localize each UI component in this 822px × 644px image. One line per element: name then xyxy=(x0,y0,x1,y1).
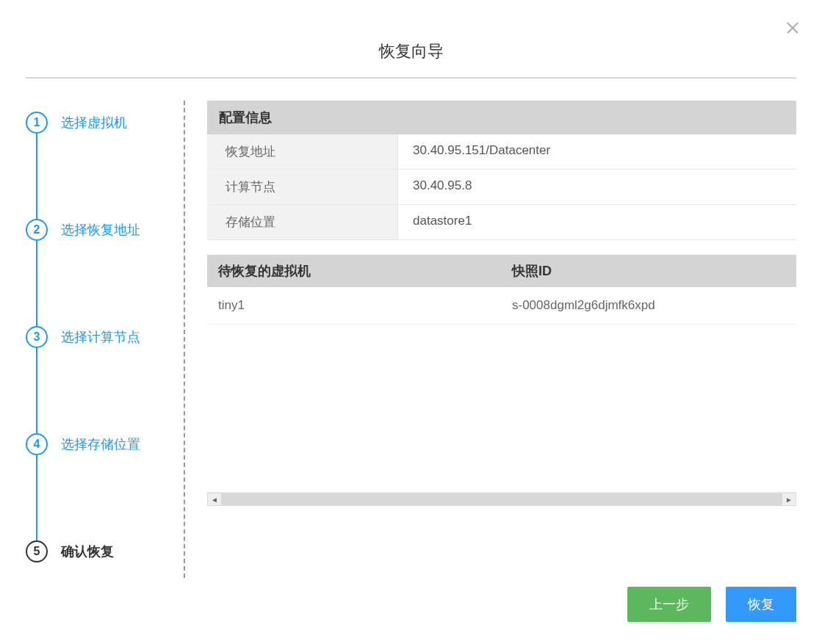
step-select-restore-address[interactable]: 2 选择恢复地址 xyxy=(26,219,176,241)
config-label: 存储位置 xyxy=(207,205,398,239)
wizard-steps-sidebar: 1 选择虚拟机 2 选择恢复地址 3 选择计算节点 4 选择存储位置 5 确认恢… xyxy=(26,101,176,578)
dialog-title: 恢复向导 xyxy=(26,22,796,77)
config-section-header: 配置信息 xyxy=(207,101,796,134)
column-header-vm: 待恢复的虚拟机 xyxy=(218,262,512,280)
restore-button[interactable]: 恢复 xyxy=(726,587,796,622)
restore-wizard-dialog: 恢复向导 1 选择虚拟机 2 选择恢复地址 3 选择计算节点 4 选择存储位置 … xyxy=(0,0,822,644)
dialog-footer: 上一步 恢复 xyxy=(627,587,796,622)
config-value: 30.40.95.8 xyxy=(398,170,796,204)
vertical-separator xyxy=(184,101,185,578)
close-icon[interactable] xyxy=(785,21,800,35)
step-number: 2 xyxy=(26,219,48,241)
step-select-storage[interactable]: 4 选择存储位置 xyxy=(26,433,176,455)
step-label: 选择恢复地址 xyxy=(61,221,140,239)
scroll-track[interactable] xyxy=(221,493,782,505)
config-value: 30.40.95.151/Datacenter xyxy=(398,134,796,169)
previous-button[interactable]: 上一步 xyxy=(627,587,711,622)
step-label: 选择存储位置 xyxy=(61,435,140,453)
step-number: 3 xyxy=(26,326,48,348)
scroll-left-icon[interactable]: ◄ xyxy=(208,493,221,505)
vm-table-header: 待恢复的虚拟机 快照ID xyxy=(207,255,796,287)
config-label: 计算节点 xyxy=(207,170,398,204)
table-row: tiny1 s-0008dgml2g6djmfk6xpd xyxy=(207,287,796,325)
horizontal-scrollbar[interactable]: ◄ ► xyxy=(207,493,796,506)
main-content: 配置信息 恢复地址 30.40.95.151/Datacenter 计算节点 3… xyxy=(207,101,796,578)
config-row-restore-address: 恢复地址 30.40.95.151/Datacenter xyxy=(207,134,796,170)
step-number: 4 xyxy=(26,433,48,455)
config-label: 恢复地址 xyxy=(207,134,398,169)
step-select-compute-node[interactable]: 3 选择计算节点 xyxy=(26,326,176,348)
cell-vm-name: tiny1 xyxy=(218,298,512,313)
step-number: 5 xyxy=(26,540,48,562)
step-confirm-restore[interactable]: 5 确认恢复 xyxy=(26,540,176,562)
step-select-vm[interactable]: 1 选择虚拟机 xyxy=(26,112,176,134)
cell-snapshot-id: s-0008dgml2g6djmfk6xpd xyxy=(512,298,785,313)
config-row-storage: 存储位置 datastore1 xyxy=(207,205,796,240)
config-value: datastore1 xyxy=(398,205,796,239)
column-header-snapshot: 快照ID xyxy=(512,262,785,280)
divider xyxy=(26,77,796,79)
step-label: 确认恢复 xyxy=(61,543,114,560)
step-number: 1 xyxy=(26,112,48,134)
step-label: 选择计算节点 xyxy=(61,328,140,346)
step-label: 选择虚拟机 xyxy=(61,114,127,131)
scroll-right-icon[interactable]: ► xyxy=(782,493,796,505)
dialog-body: 1 选择虚拟机 2 选择恢复地址 3 选择计算节点 4 选择存储位置 5 确认恢… xyxy=(26,101,796,578)
config-row-compute-node: 计算节点 30.40.95.8 xyxy=(207,170,796,205)
vm-table-body[interactable]: tiny1 s-0008dgml2g6djmfk6xpd xyxy=(207,287,796,493)
